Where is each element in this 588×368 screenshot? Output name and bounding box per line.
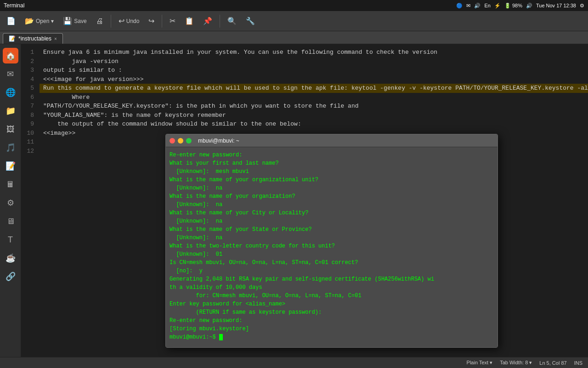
paste-button[interactable]: 📌 bbox=[199, 15, 216, 27]
sidebar-icon-files[interactable]: 📁 bbox=[3, 103, 18, 119]
terminal-line: Re-enter new password: bbox=[170, 316, 494, 325]
redo-icon: ↪ bbox=[148, 17, 154, 25]
code-line: "YOUR_ALIAS_NAME": is the name of keysto… bbox=[40, 111, 588, 120]
print-button[interactable]: 🖨 bbox=[92, 15, 107, 27]
paste-icon: 📌 bbox=[203, 17, 212, 25]
undo-icon: ↩ bbox=[119, 17, 124, 25]
open-icon: 📂 bbox=[25, 17, 34, 25]
tools-button[interactable]: 🔧 bbox=[242, 15, 259, 27]
code-line: "PATH/TO/YOUR_RELEASE_KEY.keystore": is … bbox=[40, 102, 588, 111]
sidebar-icon-network[interactable]: 🔗 bbox=[3, 269, 18, 284]
undo-button[interactable]: ↩ Undo bbox=[115, 15, 143, 27]
terminal-line: [Unknown]: na bbox=[170, 201, 494, 209]
volume-icon: 🔊 bbox=[526, 3, 532, 9]
terminal-line: [Unknown]: na bbox=[170, 234, 494, 242]
open-dropdown-icon: ▾ bbox=[51, 18, 54, 24]
terminal-lines: Re-enter new password:What is your first… bbox=[170, 151, 494, 341]
line-number: 1 bbox=[25, 48, 34, 57]
cut-icon: ✂ bbox=[170, 17, 175, 25]
tab-bar: 📝 *instructables × bbox=[0, 31, 588, 44]
terminal-line: Re-enter new password: bbox=[170, 151, 494, 159]
code-line: the output of the command window should … bbox=[40, 120, 588, 129]
sidebar-icon-settings[interactable]: ⚙ bbox=[3, 195, 18, 211]
terminal-line: th a validity of 10,000 days bbox=[170, 283, 494, 292]
tray-icon-audio: 🔊 bbox=[474, 3, 481, 9]
terminal-line: [Unknown]: na bbox=[170, 184, 494, 192]
sidebar-icon-home[interactable]: 🏠 bbox=[3, 48, 18, 63]
system-bar-right: 🔵 ✉ 🔊 En ⚡ 🔋 98% 🔊 Tue Nov 17 12:38 ⚙ bbox=[456, 3, 584, 9]
terminal-line: [Storing mbuvi.keystore] bbox=[170, 325, 494, 333]
toolbar-sep-2 bbox=[162, 15, 162, 28]
line-number: 12 bbox=[25, 147, 34, 156]
new-icon: 📄 bbox=[6, 17, 16, 25]
terminal-line: What is the name of your State or Provin… bbox=[170, 225, 494, 234]
sidebar-icon-photos[interactable]: 🖼 bbox=[3, 121, 18, 137]
terminal-line: What is the name of your City or Localit… bbox=[170, 209, 494, 217]
tab-width-label[interactable]: Tab Width: 8 ▾ bbox=[500, 360, 532, 366]
terminal-line: mbuvi@mbuvi:~$ bbox=[170, 333, 494, 341]
terminal-minimize-button[interactable] bbox=[178, 138, 183, 144]
terminal-body[interactable]: Re-enter new password:What is your first… bbox=[166, 147, 498, 347]
system-bar-left: Terminal bbox=[4, 2, 24, 9]
save-button[interactable]: 💾 Save bbox=[59, 15, 90, 27]
cut-button[interactable]: ✂ bbox=[166, 15, 179, 27]
line-number: 3 bbox=[25, 66, 34, 75]
toolbar-sep-1 bbox=[111, 15, 111, 28]
sidebar-icon-terminal[interactable]: 🖥 bbox=[3, 213, 18, 229]
copy-button[interactable]: 📋 bbox=[181, 15, 198, 27]
find-icon: 🔍 bbox=[227, 17, 237, 25]
line-number: 7 bbox=[25, 102, 34, 111]
tab-instructables[interactable]: 📝 *instructables × bbox=[3, 33, 63, 44]
line-number: 2 bbox=[25, 57, 34, 66]
code-line: Where bbox=[40, 93, 588, 102]
new-button[interactable]: 📄 bbox=[3, 15, 19, 27]
app-title: Terminal bbox=[4, 2, 24, 9]
line-number: 4 bbox=[25, 75, 34, 84]
sidebar-icon-music[interactable]: 🎵 bbox=[3, 140, 18, 155]
lang-indicator: En bbox=[484, 3, 490, 8]
terminal-close-button[interactable] bbox=[170, 138, 175, 144]
find-button[interactable]: 🔍 bbox=[224, 15, 240, 27]
print-icon: 🖨 bbox=[96, 17, 103, 25]
terminal-line: What is your first and last name? bbox=[170, 159, 494, 167]
save-icon: 💾 bbox=[63, 17, 72, 25]
code-line: Ensure java 6 is minimum java installed … bbox=[40, 48, 588, 57]
code-line: output is similar to : bbox=[40, 66, 588, 75]
status-bar: Plain Text ▾ Tab Width: 8 ▾ Ln 5, Col 87… bbox=[0, 357, 588, 368]
tools-icon: 🔧 bbox=[246, 17, 255, 25]
sidebar-icon-text[interactable]: 📝 bbox=[3, 158, 18, 174]
line-number: 9 bbox=[25, 120, 34, 129]
terminal-line: What is the name of your organization? bbox=[170, 192, 494, 201]
sidebar-icon-calc[interactable]: 🖩 bbox=[3, 177, 18, 192]
line-number: 5 bbox=[25, 84, 34, 93]
sidebar-icon-browser[interactable]: 🌐 bbox=[3, 85, 18, 100]
terminal-line: [no]: y bbox=[170, 267, 494, 275]
bluetooth-icon: ⚡ bbox=[494, 3, 501, 9]
position-label: Ln 5, Col 87 bbox=[539, 360, 566, 366]
terminal-cursor bbox=[219, 334, 223, 340]
line-number: 6 bbox=[25, 93, 34, 102]
sidebar-icon-jdk[interactable]: ☕ bbox=[3, 250, 18, 266]
terminal-line: Enter key password for <alias_name> bbox=[170, 300, 494, 308]
terminal-line: What is the two-letter country code for … bbox=[170, 242, 494, 250]
tab-close-button[interactable]: × bbox=[54, 36, 57, 41]
file-type-label[interactable]: Plain Text ▾ bbox=[467, 360, 493, 366]
datetime: Tue Nov 17 12:38 bbox=[536, 3, 576, 8]
power-icon: ⚙ bbox=[580, 3, 584, 9]
terminal-line: What is the name of your organizational … bbox=[170, 176, 494, 184]
sidebar-icon-tex[interactable]: T bbox=[3, 232, 18, 247]
sidebar-icon-mail[interactable]: ✉ bbox=[3, 66, 18, 82]
terminal-line: Generating 2,048 bit RSA key pair and se… bbox=[170, 275, 494, 283]
open-button[interactable]: 📂 Open ▾ bbox=[21, 15, 57, 27]
terminal-overlay: mbuvi@mbuvi: ~ Re-enter new password:Wha… bbox=[165, 134, 498, 348]
copy-icon: 📋 bbox=[185, 17, 194, 25]
code-line: java -version bbox=[40, 57, 588, 66]
terminal-maximize-button[interactable] bbox=[186, 138, 192, 144]
terminal-line: for: CN=mesh mbuvi, OU=na, O=na, L=na, S… bbox=[170, 292, 494, 300]
ins-mode-label: INS bbox=[574, 360, 582, 366]
line-numbers: 123456789101112 bbox=[21, 44, 40, 357]
editor-container: 🏠 ✉ 🌐 📁 🖼 🎵 📝 🖩 ⚙ 🖥 T ☕ 🔗 12345678910111… bbox=[0, 44, 588, 357]
line-number: 11 bbox=[25, 138, 34, 147]
redo-button[interactable]: ↪ bbox=[145, 15, 158, 27]
toolbar: 📄 📂 Open ▾ 💾 Save 🖨 ↩ Undo ↪ ✂ 📋 bbox=[0, 11, 588, 31]
